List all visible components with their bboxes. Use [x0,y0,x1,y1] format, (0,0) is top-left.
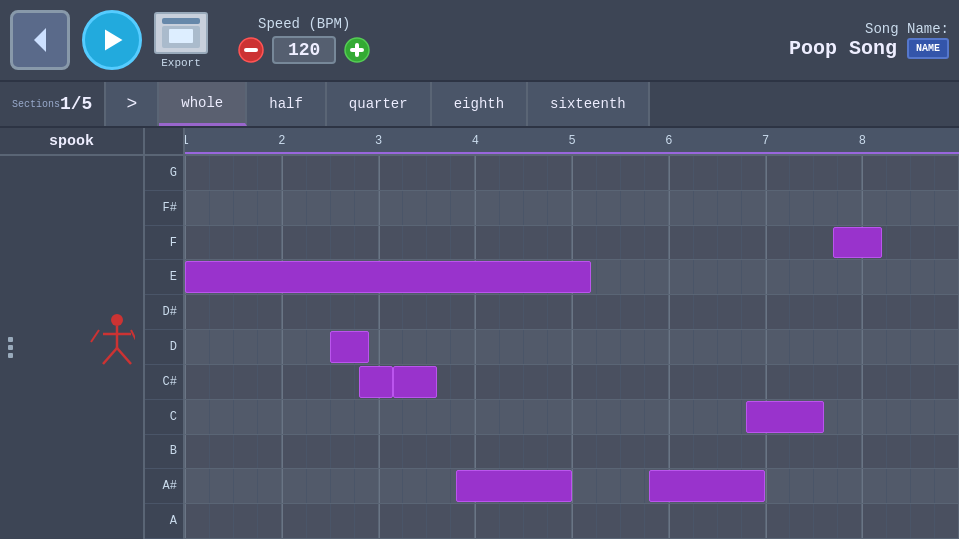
note-block[interactable] [746,401,823,433]
grid-row[interactable] [185,435,959,470]
grid-cell[interactable] [548,330,572,364]
grid-cell[interactable] [355,226,379,260]
grid-cell[interactable] [355,295,379,329]
grid-cell[interactable] [210,226,234,260]
grid-cell[interactable] [887,260,911,294]
note-btn-quarter[interactable]: quarter [327,82,432,126]
note-btn-sixteenth[interactable]: sixteenth [528,82,650,126]
grid-row[interactable] [185,504,959,539]
grid-cell[interactable] [911,365,935,399]
grid-cell[interactable] [234,156,258,190]
grid-cell[interactable] [935,400,959,434]
grid-cell[interactable] [331,400,355,434]
grid-cell[interactable] [307,365,331,399]
grid-cell[interactable] [475,365,500,399]
grid-cell[interactable] [548,435,572,469]
grid-cell[interactable] [258,469,282,503]
grid-cell[interactable] [234,365,258,399]
grid-cell[interactable] [185,365,210,399]
grid-cell[interactable] [887,400,911,434]
grid-cell[interactable] [935,330,959,364]
grid-cell[interactable] [911,504,935,538]
grid-cell[interactable] [500,295,524,329]
grid-cell[interactable] [911,226,935,260]
grid-cell[interactable] [766,365,791,399]
grid-cell[interactable] [694,156,718,190]
grid-cell[interactable] [185,400,210,434]
grid-cell[interactable] [379,504,404,538]
grid-cell[interactable] [645,226,669,260]
grid-cell[interactable] [572,504,597,538]
grid-cell[interactable] [597,365,621,399]
grid-cell[interactable] [669,330,694,364]
grid-cell[interactable] [307,295,331,329]
grid-cell[interactable] [887,330,911,364]
grid-cell[interactable] [500,156,524,190]
grid-cell[interactable] [282,365,307,399]
grid-cell[interactable] [548,365,572,399]
grid-cell[interactable] [500,191,524,225]
grid-cell[interactable] [790,365,814,399]
grid-cell[interactable] [451,435,475,469]
grid-cell[interactable] [621,400,645,434]
grid-cell[interactable] [669,400,694,434]
grid-cell[interactable] [379,191,404,225]
grid-cell[interactable] [669,365,694,399]
grid-cell[interactable] [258,504,282,538]
grid-cell[interactable] [911,435,935,469]
grid-cell[interactable] [621,435,645,469]
grid-cell[interactable] [621,295,645,329]
grid-cell[interactable] [669,226,694,260]
grid-cell[interactable] [838,400,862,434]
grid-cell[interactable] [185,156,210,190]
grid-cell[interactable] [862,191,887,225]
grid-area[interactable]: 12345678 [185,128,959,539]
grid-cell[interactable] [403,156,427,190]
grid-cell[interactable] [500,504,524,538]
export-label[interactable]: Export [161,57,201,69]
grid-cell[interactable] [645,260,669,294]
note-block[interactable] [330,331,369,363]
grid-cell[interactable] [282,330,307,364]
grid-cell[interactable] [911,295,935,329]
grid-cell[interactable] [694,365,718,399]
grid-cell[interactable] [331,156,355,190]
grid-cell[interactable] [742,191,766,225]
grid-cell[interactable] [694,400,718,434]
grid-cell[interactable] [572,191,597,225]
grid-cell[interactable] [718,330,742,364]
grid-cell[interactable] [814,295,838,329]
grid-cell[interactable] [621,469,645,503]
grid-cell[interactable] [403,504,427,538]
grid-cell[interactable] [185,504,210,538]
grid-cell[interactable] [234,400,258,434]
grid-cell[interactable] [887,469,911,503]
grid-cell[interactable] [669,156,694,190]
grid-cell[interactable] [887,226,911,260]
grid-cell[interactable] [451,504,475,538]
grid-cell[interactable] [548,295,572,329]
grid-cell[interactable] [500,365,524,399]
grid-cell[interactable] [331,435,355,469]
grid-cell[interactable] [451,295,475,329]
bpm-increase-button[interactable] [344,37,370,63]
grid-cell[interactable] [403,295,427,329]
grid-cell[interactable] [379,295,404,329]
grid-cell[interactable] [379,156,404,190]
grid-cell[interactable] [694,226,718,260]
grid-cell[interactable] [185,435,210,469]
grid-cell[interactable] [210,330,234,364]
grid-cell[interactable] [524,295,548,329]
grid-cell[interactable] [427,156,451,190]
grid-cell[interactable] [597,400,621,434]
grid-cell[interactable] [282,469,307,503]
grid-cell[interactable] [597,295,621,329]
grid-cell[interactable] [258,156,282,190]
grid-cell[interactable] [911,156,935,190]
grid-cell[interactable] [694,191,718,225]
grid-cell[interactable] [210,435,234,469]
grid-cell[interactable] [307,435,331,469]
grid-cell[interactable] [742,504,766,538]
grid-cell[interactable] [355,435,379,469]
grid-cell[interactable] [500,400,524,434]
